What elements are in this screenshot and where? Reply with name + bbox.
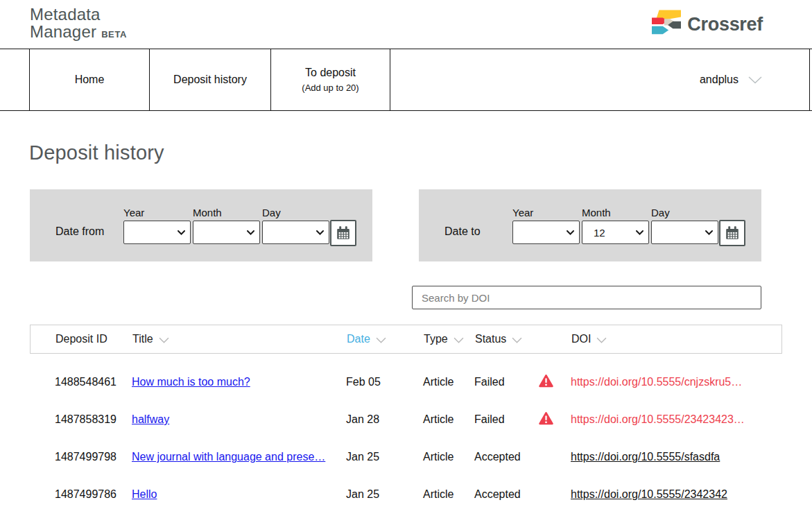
doi-link[interactable]: https://doi.org/10.5555/cnjzskru5… bbox=[571, 376, 742, 388]
date-from-year-group: Year bbox=[123, 207, 191, 244]
doi-search-input[interactable] bbox=[412, 286, 761, 309]
date-cell: Jan 28 bbox=[346, 413, 423, 426]
crossref-logo-icon bbox=[652, 10, 681, 39]
status-cell: Accepted bbox=[474, 488, 538, 501]
page-title: Deposit history bbox=[29, 141, 812, 164]
date-to-day-select[interactable] bbox=[651, 221, 718, 244]
warning-icon bbox=[538, 374, 554, 388]
date-from-day-select[interactable] bbox=[262, 221, 329, 244]
date-to-calendar-button[interactable] bbox=[719, 220, 745, 246]
deposit-id-cell: 1487499798 bbox=[55, 451, 132, 463]
table-row: 1487499798 New journal with language and… bbox=[30, 438, 782, 476]
doi-link[interactable]: https://doi.org/10.5555/sfasdfa bbox=[571, 451, 720, 463]
beta-badge: BETA bbox=[101, 29, 127, 40]
month-label: Month bbox=[582, 207, 649, 218]
title-cell: Hello bbox=[132, 488, 346, 501]
sort-chevron-icon bbox=[159, 337, 169, 343]
table-body: 1488548461 How much is too much? Feb 05 … bbox=[30, 363, 782, 513]
date-to-year-select[interactable] bbox=[512, 221, 580, 244]
calendar-icon bbox=[725, 225, 740, 241]
tab-to-deposit[interactable]: To deposit (Add up to 20) bbox=[271, 49, 390, 110]
chevron-down-icon bbox=[748, 76, 762, 84]
doi-cell: https://doi.org/10.5555/2342342 bbox=[571, 488, 782, 501]
column-header-type[interactable]: Type bbox=[424, 333, 475, 345]
doi-link[interactable]: https://doi.org/10.5555/2342342 bbox=[571, 488, 727, 500]
sort-chevron-icon bbox=[453, 337, 464, 343]
crossref-logo: Crossref bbox=[652, 10, 763, 39]
date-from-label: Date from bbox=[55, 225, 123, 238]
column-header-date[interactable]: Date bbox=[347, 333, 424, 345]
doi-link[interactable]: https://doi.org/10.5555/23423423… bbox=[571, 413, 745, 425]
app-header: Metadata ManagerBETA Crossref bbox=[0, 0, 812, 49]
column-header-status[interactable]: Status bbox=[475, 333, 539, 345]
warning-icon bbox=[538, 411, 554, 425]
table-row: 1488548461 How much is too much? Feb 05 … bbox=[30, 363, 782, 401]
title-cell: halfway bbox=[132, 413, 346, 426]
doi-cell: https://doi.org/10.5555/cnjzskru5… bbox=[571, 376, 782, 388]
date-cell: Jan 25 bbox=[346, 451, 423, 463]
user-menu[interactable]: andplus bbox=[390, 49, 810, 110]
warning-cell bbox=[538, 374, 571, 390]
title-link[interactable]: halfway bbox=[132, 413, 169, 425]
crossref-wordmark: Crossref bbox=[687, 14, 763, 35]
sort-chevron-icon bbox=[596, 337, 607, 343]
date-from-day-group: Day bbox=[262, 207, 329, 244]
type-cell: Article bbox=[423, 376, 474, 388]
date-from-calendar-button[interactable] bbox=[330, 220, 356, 246]
year-label: Year bbox=[512, 207, 580, 218]
title-link[interactable]: New journal with language and prese… bbox=[132, 451, 325, 463]
deposit-id-cell: 1488548461 bbox=[55, 376, 132, 388]
tab-home[interactable]: Home bbox=[30, 49, 150, 110]
app-logo: Metadata ManagerBETA bbox=[30, 6, 127, 43]
status-cell: Accepted bbox=[474, 451, 538, 463]
tab-to-deposit-sublabel: (Add up to 20) bbox=[302, 83, 359, 93]
nav-spacer bbox=[0, 49, 30, 110]
warning-cell bbox=[538, 411, 571, 428]
type-cell: Article bbox=[423, 488, 474, 501]
logo-line-1: Metadata bbox=[30, 6, 127, 23]
search-row bbox=[412, 286, 812, 309]
calendar-icon bbox=[336, 225, 351, 241]
main-nav: Home Deposit history To deposit (Add up … bbox=[0, 49, 812, 111]
date-from-month-group: Month bbox=[193, 207, 260, 244]
deposit-id-cell: 1487499786 bbox=[55, 488, 132, 501]
table-row: 1487499786 Hello Jan 25 Article Accepted… bbox=[30, 476, 782, 513]
column-header-doi[interactable]: DOI bbox=[571, 333, 781, 345]
deposit-id-cell: 1487858319 bbox=[55, 413, 132, 426]
type-cell: Article bbox=[423, 451, 474, 463]
logo-line-2: ManagerBETA bbox=[30, 23, 127, 43]
status-cell: Failed bbox=[474, 413, 538, 426]
date-to-day-group: Day bbox=[651, 207, 718, 244]
title-link[interactable]: Hello bbox=[132, 488, 157, 500]
date-from-month-select[interactable] bbox=[193, 221, 260, 244]
tab-deposit-history[interactable]: Deposit history bbox=[150, 49, 271, 110]
doi-cell: https://doi.org/10.5555/sfasdfa bbox=[571, 451, 782, 463]
year-label: Year bbox=[123, 207, 191, 218]
column-header-deposit-id[interactable]: Deposit ID bbox=[55, 333, 132, 345]
date-to-month-group: Month 12 bbox=[582, 207, 649, 244]
month-label: Month bbox=[193, 207, 260, 218]
deposits-table: Deposit ID Title Date Type Status DOI 14… bbox=[30, 325, 782, 513]
date-from-panel: Date from Year Month Day bbox=[30, 189, 372, 261]
day-label: Day bbox=[651, 207, 718, 218]
date-cell: Feb 05 bbox=[346, 376, 423, 388]
doi-cell: https://doi.org/10.5555/23423423… bbox=[571, 413, 782, 426]
title-cell: How much is too much? bbox=[132, 376, 346, 388]
title-link[interactable]: How much is too much? bbox=[132, 376, 250, 388]
date-cell: Jan 25 bbox=[346, 488, 423, 501]
table-header-row: Deposit ID Title Date Type Status DOI bbox=[30, 325, 782, 354]
date-filters: Date from Year Month Day bbox=[30, 189, 812, 261]
date-to-year-group: Year bbox=[512, 207, 580, 244]
status-cell: Failed bbox=[474, 376, 538, 388]
date-to-month-select[interactable]: 12 bbox=[582, 221, 649, 244]
date-to-label: Date to bbox=[444, 225, 512, 238]
table-row: 1487858319 halfway Jan 28 Article Failed… bbox=[30, 401, 782, 438]
sort-chevron-icon bbox=[376, 337, 386, 343]
date-from-year-select[interactable] bbox=[123, 221, 191, 244]
sort-chevron-icon bbox=[512, 337, 522, 343]
day-label: Day bbox=[262, 207, 329, 218]
date-to-panel: Date to Year Month 12 Day bbox=[419, 189, 761, 261]
column-header-title[interactable]: Title bbox=[132, 333, 347, 345]
type-cell: Article bbox=[423, 413, 474, 426]
user-menu-label: andplus bbox=[700, 74, 738, 86]
